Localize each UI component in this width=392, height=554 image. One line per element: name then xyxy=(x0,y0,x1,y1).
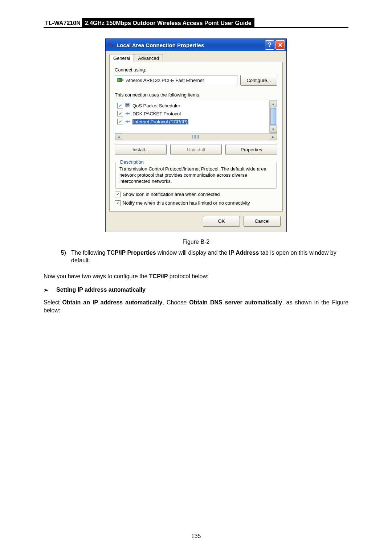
properties-button[interactable]: Properties xyxy=(225,144,277,155)
uninstall-button: Uninstall xyxy=(170,144,222,155)
svg-point-13 xyxy=(126,121,127,123)
svg-rect-15 xyxy=(127,120,128,123)
show-icon-checkbox-row[interactable]: ✔ Show icon in notification area when co… xyxy=(115,192,277,197)
list-item[interactable]: ✔ QoS Packet Scheduler xyxy=(117,102,267,110)
tab-advanced[interactable]: Advanced xyxy=(134,54,163,62)
doc-model: TL-WA7210N xyxy=(44,18,82,27)
scroll-up-icon[interactable]: ▴ xyxy=(270,100,277,107)
checkbox-icon[interactable]: ✔ xyxy=(117,103,123,108)
vertical-scrollbar[interactable]: ▴ ▾ xyxy=(269,100,277,133)
configure-button[interactable]: Configure... xyxy=(240,75,277,86)
triangle-bullet-icon xyxy=(44,287,51,294)
svg-point-9 xyxy=(126,113,127,115)
svg-point-10 xyxy=(128,113,130,115)
protocol-icon xyxy=(124,119,131,124)
svg-point-14 xyxy=(128,121,130,123)
list-item-label-selected: Internet Protocol (TCP/IP) xyxy=(132,119,188,124)
cancel-button[interactable]: Cancel xyxy=(244,216,281,227)
svg-rect-11 xyxy=(127,112,128,115)
list-item[interactable]: ✔ DDK PACKET Protocol xyxy=(117,110,267,118)
description-group: Description Transmission Control Protoco… xyxy=(115,159,277,189)
page-number: 135 xyxy=(0,533,392,539)
svg-rect-6 xyxy=(126,106,128,107)
checkbox-icon[interactable]: ✔ xyxy=(117,119,123,124)
figure-caption: Figure B-2 xyxy=(44,239,348,245)
svg-rect-4 xyxy=(122,79,124,81)
scroll-right-icon[interactable]: ▸ xyxy=(270,134,277,140)
connect-using-label: Connect using: xyxy=(115,67,277,73)
checkbox-icon[interactable]: ✔ xyxy=(115,200,121,206)
description-text: Transmission Control Protocol/Internet P… xyxy=(119,166,273,185)
help-button[interactable]: ? xyxy=(265,40,274,50)
svg-rect-3 xyxy=(118,79,120,81)
adapter-field[interactable]: Atheros AR8132 PCI-E Fast Ethernet xyxy=(115,75,237,85)
bullet-setting-ip: Setting IP address automatically xyxy=(44,287,348,294)
description-legend: Description xyxy=(119,159,144,165)
protocol-icon xyxy=(124,111,131,116)
items-listbox[interactable]: ✔ QoS Packet Scheduler ✔ xyxy=(115,100,277,133)
properties-dialog: Local Area Connection Properties ? ✕ Gen… xyxy=(105,38,287,232)
horizontal-scrollbar[interactable]: ◂ ▸ xyxy=(115,133,277,140)
scroll-thumb[interactable] xyxy=(270,108,276,125)
items-label: This connection uses the following items… xyxy=(115,92,277,98)
adapter-name: Atheros AR8132 PCI-E Fast Ethernet xyxy=(126,78,204,83)
doc-header: TL-WA7210N 2.4GHz 150Mbps Outdoor Wirele… xyxy=(44,18,348,28)
checkbox-icon[interactable]: ✔ xyxy=(117,111,123,116)
show-icon-label: Show icon in notification area when conn… xyxy=(123,192,220,197)
tabs-row: General Advanced xyxy=(109,54,283,62)
tab-general[interactable]: General xyxy=(109,54,134,62)
scroll-grip-icon xyxy=(192,135,200,139)
scroll-down-icon[interactable]: ▾ xyxy=(270,126,277,133)
notify-checkbox-row[interactable]: ✔ Notify me when this connection has lim… xyxy=(115,200,277,206)
step-number: 5) xyxy=(44,249,71,264)
para-select-obtain: Select Obtain an IP address automaticall… xyxy=(44,299,348,314)
install-button[interactable]: Install... xyxy=(115,144,167,155)
notify-label: Notify me when this connection has limit… xyxy=(123,200,250,206)
para-two-ways: Now you have two ways to configure the T… xyxy=(44,272,348,280)
nic-icon xyxy=(117,78,124,83)
checkbox-icon[interactable]: ✔ xyxy=(115,192,121,197)
svg-rect-7 xyxy=(126,104,129,106)
doc-title: 2.4GHz 150Mbps Outdoor Wireless Access P… xyxy=(82,18,254,27)
list-item[interactable]: ✔ Internet Protocol (TCP/IP) xyxy=(117,118,267,126)
ok-button[interactable]: OK xyxy=(203,216,240,227)
titlebar-text: Local Area Connection Properties xyxy=(117,42,265,48)
close-button[interactable]: ✕ xyxy=(275,40,285,50)
list-item-label: DDK PACKET Protocol xyxy=(132,111,181,116)
step-5: 5) The following TCP/IP Properties windo… xyxy=(44,249,348,264)
scheduler-icon xyxy=(124,103,131,108)
list-item-label: QoS Packet Scheduler xyxy=(132,103,180,108)
connection-icon xyxy=(108,42,114,48)
titlebar[interactable]: Local Area Connection Properties ? ✕ xyxy=(106,39,286,51)
scroll-left-icon[interactable]: ◂ xyxy=(115,134,122,140)
